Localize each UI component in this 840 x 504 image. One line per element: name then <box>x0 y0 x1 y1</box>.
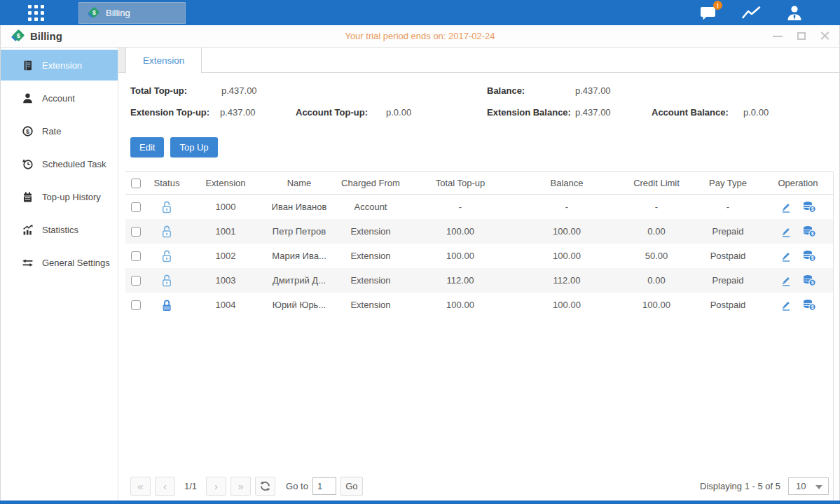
cell-name: Юрий Юрь... <box>264 300 334 310</box>
edit-icon[interactable] <box>780 202 792 213</box>
refresh-button[interactable] <box>255 477 275 496</box>
table-row[interactable]: 1001 Петр Петров Extension 100.00 100.00… <box>125 219 833 244</box>
person-icon <box>22 92 34 104</box>
app-tab-label: Billing <box>106 8 130 18</box>
cell-charged-from: Extension <box>334 300 407 310</box>
col-extension: Extension <box>187 178 264 188</box>
edit-icon[interactable] <box>780 226 792 237</box>
sidebar-item-account[interactable]: Account <box>1 83 118 113</box>
messages-icon[interactable]: ! <box>700 5 717 20</box>
row-checkbox[interactable] <box>131 227 141 237</box>
cell-extension: 1001 <box>187 226 264 237</box>
topup-coins-icon[interactable]: $ <box>802 201 816 213</box>
svg-text:$: $ <box>811 255 813 261</box>
sidebar-item-rate[interactable]: $ Rate <box>1 115 118 146</box>
edit-icon[interactable] <box>780 300 792 311</box>
topup-coins-icon[interactable]: $ <box>802 299 816 311</box>
lock-closed-icon <box>161 299 172 312</box>
table-body: 1000 Иван Иванов Account - - - - <box>125 195 833 317</box>
account-topup-value: p.0.00 <box>386 107 411 118</box>
first-page-button[interactable]: « <box>130 477 151 496</box>
extension-table-panel: Status Extension Name Charged From Total… <box>125 172 834 500</box>
lock-open-icon <box>161 225 172 238</box>
page-size-select[interactable]: 10 <box>788 477 829 495</box>
sidebar-item-statistics[interactable]: Statistics <box>1 214 118 245</box>
row-checkbox[interactable] <box>131 276 141 286</box>
sidebar-item-general-settings[interactable]: General Settings <box>1 247 118 278</box>
lock-open-icon <box>161 250 172 262</box>
cell-extension: 1004 <box>187 300 264 310</box>
account-topup-label: Account Top-up: <box>296 107 368 118</box>
select-all-checkbox[interactable] <box>131 178 141 188</box>
table-header: Status Extension Name Charged From Total… <box>125 172 833 195</box>
sidebar-item-topup-history[interactable]: Top-up History <box>1 181 118 212</box>
topup-coins-icon[interactable]: $ <box>802 250 816 262</box>
table-row[interactable]: 1002 Мария Ива... Extension 100.00 100.0… <box>125 244 833 268</box>
billing-diamond-icon: $ <box>87 6 100 20</box>
row-checkbox[interactable] <box>131 202 141 212</box>
table-row[interactable]: 1000 Иван Иванов Account - - - - <box>125 195 833 219</box>
minimize-button[interactable] <box>773 36 783 37</box>
close-button[interactable] <box>820 31 829 41</box>
col-operation: Operation <box>763 178 833 188</box>
total-topup-label: Total Top-up: <box>130 85 187 96</box>
sidebar-item-label: Scheduled Task <box>42 159 106 169</box>
top-up-button[interactable]: Top Up <box>170 137 217 158</box>
next-page-button[interactable]: › <box>206 477 226 496</box>
dollar-coin-icon: $ <box>22 125 34 137</box>
cell-total-topup: 112.00 <box>407 275 514 286</box>
top-app-bar: $ Billing ! <box>0 0 840 25</box>
billing-app-tab[interactable]: $ Billing <box>78 2 186 24</box>
sidebar-item-label: Top-up History <box>42 192 101 202</box>
cell-name: Иван Иванов <box>264 202 334 212</box>
displaying-text: Displaying 1 - 5 of 5 <box>700 481 780 491</box>
table-row[interactable]: 1003 Дмитрий Д... Extension 112.00 112.0… <box>125 268 833 293</box>
extension-balance-label: Extension Balance: <box>487 107 571 118</box>
last-page-button[interactable]: » <box>230 477 251 496</box>
account-balance-label: Account Balance: <box>652 107 729 118</box>
history-clock-icon <box>22 158 34 170</box>
statistics-icon[interactable] <box>741 5 762 20</box>
cell-credit-limit: 0.00 <box>620 275 693 286</box>
account-balance-value: p.0.00 <box>743 107 769 118</box>
cell-total-topup: - <box>407 202 514 212</box>
prev-page-button[interactable]: ‹ <box>155 477 175 496</box>
sidebar-item-extension[interactable]: Extension <box>1 50 118 80</box>
topup-coins-icon[interactable]: $ <box>802 225 816 237</box>
col-credit-limit: Credit Limit <box>620 178 693 188</box>
table-row[interactable]: 1004 Юрий Юрь... Extension 100.00 100.00… <box>125 293 833 317</box>
cell-charged-from: Extension <box>334 251 407 261</box>
col-charged-from: Charged From <box>334 178 407 188</box>
edit-icon[interactable] <box>780 275 792 286</box>
goto-page-input[interactable] <box>312 477 336 495</box>
tab-strip-gutter <box>118 48 125 72</box>
sidebar-item-scheduled-task[interactable]: Scheduled Task <box>1 148 118 179</box>
cell-charged-from: Extension <box>334 226 407 237</box>
edit-icon[interactable] <box>780 251 792 262</box>
col-pay-type: Pay Type <box>693 178 763 188</box>
sidebar-item-label: Extension <box>42 60 82 71</box>
col-status: Status <box>146 178 187 188</box>
total-topup-value: p.437.00 <box>221 85 257 96</box>
cell-name: Мария Ива... <box>264 251 334 261</box>
pagination-summary: Displaying 1 - 5 of 5 10 <box>700 477 829 495</box>
window-title-label: Billing <box>30 30 62 42</box>
cell-total-topup: 100.00 <box>407 251 514 261</box>
apps-grid-icon[interactable] <box>28 5 47 21</box>
maximize-button[interactable] <box>797 32 806 40</box>
window-title: $ Billing <box>11 29 62 43</box>
bar-chart-icon <box>22 224 34 236</box>
trial-notice: Your trial period ends on: 2017-02-24 <box>1 31 839 41</box>
row-checkbox[interactable] <box>131 251 141 261</box>
go-button[interactable]: Go <box>340 477 363 496</box>
cell-credit-limit: - <box>620 202 693 212</box>
window-title-bar: $ Billing Your trial period ends on: 201… <box>0 25 840 48</box>
cell-name: Петр Петров <box>264 226 334 237</box>
topup-coins-icon[interactable]: $ <box>802 274 816 286</box>
row-checkbox[interactable] <box>131 300 141 310</box>
user-icon[interactable] <box>785 5 804 21</box>
balance-label: Balance: <box>487 85 525 96</box>
cell-charged-from: Account <box>334 202 407 212</box>
tab-extension[interactable]: Extension <box>125 48 202 73</box>
edit-button[interactable]: Edit <box>130 137 164 158</box>
